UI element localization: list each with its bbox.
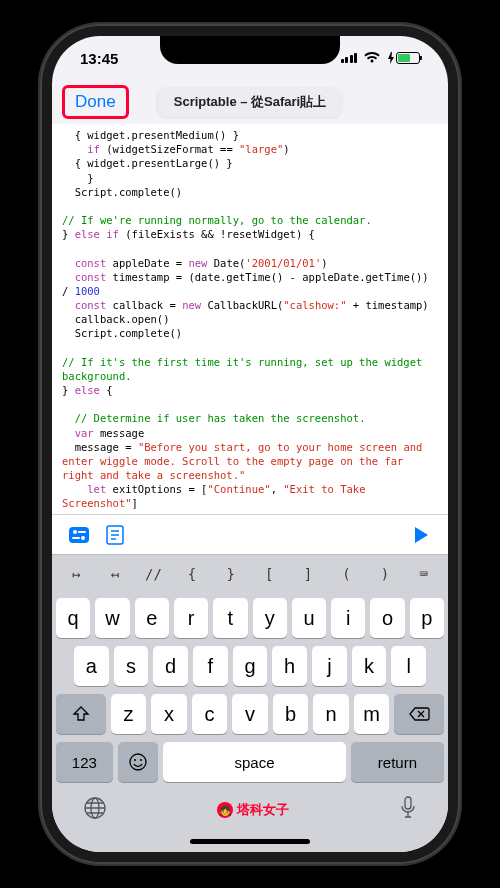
globe-icon[interactable] <box>82 795 108 825</box>
key-s[interactable]: s <box>114 646 149 686</box>
sym-bracket-close[interactable]: ] <box>290 560 327 588</box>
sym-tab-right[interactable]: ↦ <box>58 560 95 588</box>
sym-comment[interactable]: // <box>135 560 172 588</box>
sym-keyboard-icon[interactable]: ⌨ <box>405 560 442 588</box>
phone-screen: 13:45 Done Scriptable – 從Safari貼上 { widg… <box>52 36 448 852</box>
editor-toolbar <box>52 514 448 554</box>
key-e[interactable]: e <box>135 598 169 638</box>
svg-rect-0 <box>69 527 89 543</box>
key-d[interactable]: d <box>153 646 188 686</box>
key-t[interactable]: t <box>213 598 247 638</box>
key-i[interactable]: i <box>331 598 365 638</box>
key-n[interactable]: n <box>313 694 349 734</box>
settings-icon[interactable] <box>68 524 90 546</box>
key-o[interactable]: o <box>370 598 404 638</box>
key-h[interactable]: h <box>272 646 307 686</box>
mic-icon[interactable] <box>398 795 418 825</box>
svg-rect-3 <box>78 531 86 533</box>
svg-point-2 <box>81 536 85 540</box>
home-indicator[interactable] <box>52 830 448 852</box>
key-shift[interactable] <box>56 694 106 734</box>
key-j[interactable]: j <box>312 646 347 686</box>
play-button[interactable] <box>410 524 432 546</box>
key-y[interactable]: y <box>253 598 287 638</box>
key-g[interactable]: g <box>233 646 268 686</box>
sym-bracket-open[interactable]: [ <box>251 560 288 588</box>
wifi-icon <box>364 52 380 64</box>
key-z[interactable]: z <box>111 694 147 734</box>
brand-text: 塔科女子 <box>237 801 289 819</box>
signal-icon <box>341 53 358 63</box>
brand-watermark: 👧 塔科女子 <box>217 801 289 819</box>
svg-rect-15 <box>405 797 411 809</box>
sym-brace-close[interactable]: } <box>212 560 249 588</box>
keyboard: q w e r t y u i o p a s d f g h j k l <box>52 592 448 790</box>
key-emoji[interactable] <box>118 742 159 782</box>
key-c[interactable]: c <box>192 694 228 734</box>
keyboard-bottom-bar: 👧 塔科女子 <box>52 790 448 830</box>
notch <box>160 36 340 64</box>
key-return[interactable]: return <box>351 742 444 782</box>
key-k[interactable]: k <box>352 646 387 686</box>
nav-bar: Done Scriptable – 從Safari貼上 <box>52 80 448 124</box>
key-123[interactable]: 123 <box>56 742 113 782</box>
svg-rect-4 <box>72 537 80 539</box>
phone-frame: 13:45 Done Scriptable – 從Safari貼上 { widg… <box>40 24 460 864</box>
sym-brace-open[interactable]: { <box>174 560 211 588</box>
key-backspace[interactable] <box>394 694 444 734</box>
key-w[interactable]: w <box>95 598 129 638</box>
svg-point-1 <box>73 530 77 534</box>
symbol-row: ↦ ↤ // { } [ ] ( ) ⌨ <box>52 554 448 592</box>
svg-point-11 <box>140 759 142 761</box>
battery-icon <box>387 52 420 64</box>
key-p[interactable]: p <box>410 598 444 638</box>
status-indicators <box>341 52 421 64</box>
key-v[interactable]: v <box>232 694 268 734</box>
key-space[interactable]: space <box>163 742 345 782</box>
key-m[interactable]: m <box>354 694 390 734</box>
svg-point-9 <box>130 754 146 770</box>
document-icon[interactable] <box>104 524 126 546</box>
sym-tab-left[interactable]: ↤ <box>97 560 134 588</box>
status-time: 13:45 <box>80 50 118 67</box>
nav-title: Scriptable – 從Safari貼上 <box>158 87 342 117</box>
key-a[interactable]: a <box>74 646 109 686</box>
key-l[interactable]: l <box>391 646 426 686</box>
key-q[interactable]: q <box>56 598 90 638</box>
sym-paren-close[interactable]: ) <box>367 560 404 588</box>
brand-icon: 👧 <box>217 802 233 818</box>
svg-point-10 <box>134 759 136 761</box>
key-u[interactable]: u <box>292 598 326 638</box>
key-f[interactable]: f <box>193 646 228 686</box>
key-x[interactable]: x <box>151 694 187 734</box>
sym-paren-open[interactable]: ( <box>328 560 365 588</box>
key-r[interactable]: r <box>174 598 208 638</box>
done-button[interactable]: Done <box>62 85 129 119</box>
key-b[interactable]: b <box>273 694 309 734</box>
code-editor[interactable]: { widget.presentMedium() } if (widgetSiz… <box>52 124 448 514</box>
